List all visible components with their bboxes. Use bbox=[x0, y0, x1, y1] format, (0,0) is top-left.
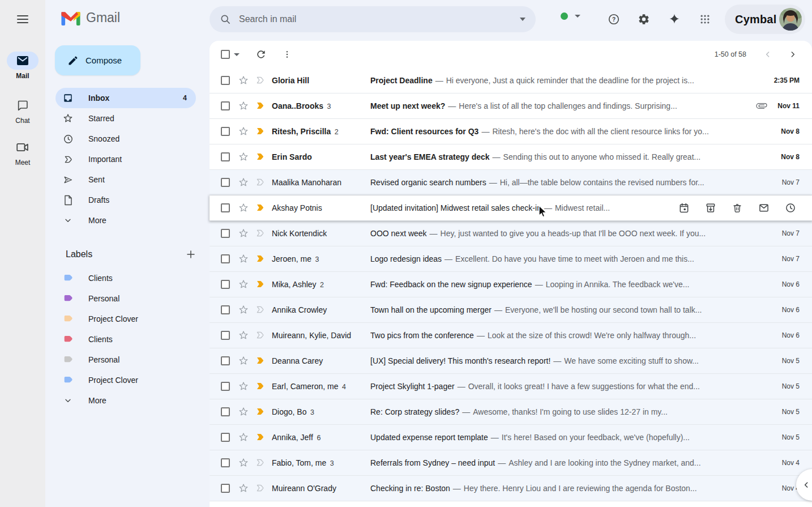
email-row[interactable]: Annika, Jeff 6 Updated expense report te… bbox=[210, 425, 812, 450]
row-checkbox[interactable] bbox=[221, 229, 230, 238]
row-checkbox[interactable] bbox=[221, 178, 230, 187]
star-icon[interactable] bbox=[238, 483, 249, 494]
row-checkbox[interactable] bbox=[221, 407, 230, 416]
row-checkbox[interactable] bbox=[221, 127, 230, 136]
email-row[interactable]: Jeroen, me 3 Logo redesign ideas—Excelle… bbox=[210, 246, 812, 272]
refresh-button[interactable] bbox=[250, 43, 272, 66]
row-checkbox[interactable] bbox=[221, 152, 230, 161]
star-icon[interactable] bbox=[238, 75, 249, 86]
star-icon[interactable] bbox=[238, 355, 249, 367]
importance-marker[interactable] bbox=[255, 126, 266, 137]
importance-marker[interactable] bbox=[255, 330, 266, 341]
help-button[interactable]: ? bbox=[601, 7, 626, 32]
star-icon[interactable] bbox=[238, 432, 249, 443]
importance-marker[interactable] bbox=[255, 304, 266, 316]
row-checkbox[interactable] bbox=[221, 484, 230, 493]
importance-marker[interactable] bbox=[255, 432, 266, 443]
select-all-checkbox[interactable] bbox=[221, 50, 230, 59]
sidebar-label-personal[interactable]: Personal bbox=[55, 288, 196, 309]
star-icon[interactable] bbox=[238, 126, 249, 137]
importance-marker[interactable] bbox=[255, 279, 266, 290]
settings-button[interactable] bbox=[631, 7, 656, 32]
sidebar-label-personal-2[interactable]: Personal bbox=[55, 350, 196, 370]
importance-marker[interactable] bbox=[255, 228, 266, 239]
select-caret-icon[interactable] bbox=[234, 53, 240, 56]
email-row[interactable]: Nick Kortendick OOO next week—Hey, just … bbox=[210, 221, 812, 246]
star-icon[interactable] bbox=[238, 100, 249, 112]
rail-item-meet[interactable]: Meet bbox=[0, 138, 45, 167]
compose-button[interactable]: Compose bbox=[55, 45, 140, 75]
older-page-button[interactable] bbox=[781, 43, 804, 66]
importance-marker[interactable] bbox=[255, 381, 266, 392]
sidebar-item-sent[interactable]: Sent bbox=[55, 169, 196, 190]
search-options-caret-icon[interactable] bbox=[520, 18, 525, 21]
sidebar-item-inbox[interactable]: Inbox 4 bbox=[55, 88, 196, 108]
rsvp-calendar-icon[interactable] bbox=[677, 201, 691, 215]
star-icon[interactable] bbox=[238, 330, 249, 341]
row-checkbox[interactable] bbox=[221, 305, 230, 314]
sidebar-item-drafts[interactable]: Drafts bbox=[55, 190, 196, 210]
sidebar-label-clients[interactable]: Clients bbox=[55, 268, 196, 288]
sidebar-item-snoozed[interactable]: Snoozed bbox=[55, 129, 196, 149]
importance-marker[interactable] bbox=[255, 253, 266, 265]
email-row[interactable]: Muireann, Kylie, David Two pics from the… bbox=[210, 323, 812, 348]
email-row[interactable]: Fabio, Tom, me 3 Referrals from Sydney –… bbox=[210, 450, 812, 476]
email-row[interactable]: Oana..Brooks 3 Meet up next week?—Here's… bbox=[210, 93, 812, 119]
email-row[interactable]: Gloria Hill Project Deadline—Hi everyone… bbox=[210, 68, 812, 93]
sidebar-item-more[interactable]: More bbox=[55, 210, 196, 231]
star-icon[interactable] bbox=[238, 406, 249, 417]
importance-marker[interactable] bbox=[255, 177, 266, 188]
email-row[interactable]: Earl, Cameron, me 4 Project Skylight 1-p… bbox=[210, 374, 812, 399]
importance-marker[interactable] bbox=[255, 483, 266, 494]
account-chip[interactable]: Cymbal bbox=[725, 5, 805, 34]
importance-marker[interactable] bbox=[255, 151, 266, 163]
search-input[interactable] bbox=[239, 14, 520, 24]
row-checkbox[interactable] bbox=[221, 433, 230, 442]
star-icon[interactable] bbox=[238, 381, 249, 392]
snooze-icon[interactable] bbox=[784, 201, 797, 215]
email-row[interactable]: Annika Crowley Town hall on the upcoming… bbox=[210, 297, 812, 323]
email-row[interactable]: Diogo, Bo 3 Re: Corp strategy slides?—Aw… bbox=[210, 399, 812, 425]
email-row[interactable]: Erin Sardo Last year's EMEA strategy dec… bbox=[210, 144, 812, 170]
delete-icon[interactable] bbox=[730, 201, 744, 215]
row-checkbox[interactable] bbox=[221, 331, 230, 340]
sidebar-label-clients-2[interactable]: Clients bbox=[55, 329, 196, 350]
sidebar-labels-more[interactable]: More bbox=[55, 390, 196, 411]
star-icon[interactable] bbox=[238, 279, 249, 290]
email-row[interactable]: Deanna Carey [UX] Special delivery! This… bbox=[210, 348, 812, 374]
sidebar-item-important[interactable]: Important bbox=[55, 149, 196, 169]
email-row[interactable]: Muireann O'Grady Checking in re: Boston—… bbox=[210, 476, 812, 501]
search-icon[interactable] bbox=[220, 14, 231, 25]
archive-icon[interactable] bbox=[704, 201, 717, 215]
importance-marker[interactable] bbox=[255, 355, 266, 367]
row-checkbox[interactable] bbox=[221, 356, 230, 365]
add-label-icon[interactable] bbox=[186, 249, 196, 259]
sidebar-label-project-clover[interactable]: Project Clover bbox=[55, 309, 196, 329]
email-row[interactable]: Mika, Ashley 2 Fwd: Feedback on the new … bbox=[210, 272, 812, 297]
star-icon[interactable] bbox=[238, 202, 249, 214]
row-checkbox[interactable] bbox=[221, 101, 230, 110]
sidebar-item-starred[interactable]: Starred bbox=[55, 108, 196, 129]
star-icon[interactable] bbox=[238, 151, 249, 163]
sidebar-label-project-clover-2[interactable]: Project Clover bbox=[55, 370, 196, 390]
star-icon[interactable] bbox=[238, 457, 249, 468]
rail-item-chat[interactable]: Chat bbox=[0, 96, 45, 125]
row-checkbox[interactable] bbox=[221, 76, 230, 85]
star-icon[interactable] bbox=[238, 253, 249, 265]
rail-item-mail[interactable]: Mail bbox=[0, 52, 45, 80]
more-options-button[interactable] bbox=[276, 43, 298, 66]
availability-status[interactable] bbox=[561, 12, 580, 20]
importance-marker[interactable] bbox=[255, 202, 266, 214]
search-bar[interactable] bbox=[210, 6, 536, 32]
importance-marker[interactable] bbox=[255, 406, 266, 417]
email-row[interactable]: Ritesh, Priscilla 2 Fwd: Client resource… bbox=[210, 119, 812, 144]
star-icon[interactable] bbox=[238, 228, 249, 239]
row-checkbox[interactable] bbox=[221, 254, 230, 263]
email-row[interactable]: Maalika Manoharan Revised organic search… bbox=[210, 170, 812, 195]
importance-marker[interactable] bbox=[255, 100, 266, 112]
star-icon[interactable] bbox=[238, 304, 249, 316]
avatar[interactable] bbox=[779, 8, 802, 31]
row-checkbox[interactable] bbox=[221, 203, 230, 212]
gemini-button[interactable] bbox=[662, 7, 687, 32]
row-checkbox[interactable] bbox=[221, 458, 230, 467]
